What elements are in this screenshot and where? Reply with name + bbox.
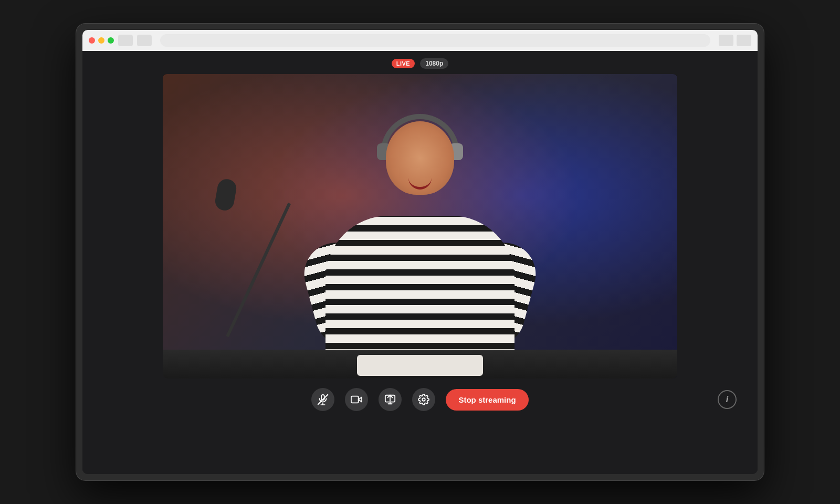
camera-icon [351, 394, 362, 405]
forward-button[interactable] [137, 35, 152, 46]
top-bar: LIVE 1080p [392, 51, 448, 74]
info-icon: i [726, 395, 728, 404]
person-mouth [408, 178, 432, 190]
maximize-window-button[interactable] [108, 37, 114, 44]
browser-content: LIVE 1080p [82, 51, 758, 474]
laptop-shell: LIVE 1080p [76, 24, 764, 480]
mic-stand [226, 203, 291, 337]
video-container [163, 74, 677, 379]
person-head [386, 121, 454, 195]
back-button[interactable] [118, 35, 133, 46]
svg-point-8 [423, 398, 426, 401]
info-button[interactable]: i [718, 390, 737, 409]
browser-bar [82, 30, 758, 51]
screen-share-icon [384, 394, 396, 405]
traffic-lights [89, 37, 114, 44]
mic-head [214, 177, 238, 212]
browser-window: LIVE 1080p [82, 30, 758, 474]
video-frame [163, 74, 677, 379]
browser-action-2[interactable] [737, 35, 751, 46]
browser-actions [719, 35, 751, 46]
desk [163, 350, 677, 379]
keyboard [357, 355, 483, 376]
mic-mute-button[interactable] [311, 388, 334, 411]
minimize-window-button[interactable] [98, 37, 104, 44]
address-bar[interactable] [160, 34, 710, 47]
settings-button[interactable] [412, 388, 435, 411]
browser-action-1[interactable] [719, 35, 733, 46]
stop-streaming-button[interactable]: Stop streaming [446, 389, 528, 411]
mic-slash-container [317, 394, 329, 405]
person-figure [284, 106, 556, 379]
screen-share-button[interactable] [379, 388, 402, 411]
camera-button[interactable] [345, 388, 368, 411]
quality-badge: 1080p [420, 58, 448, 69]
gear-icon [418, 394, 429, 405]
live-badge: LIVE [392, 59, 415, 68]
control-bar: Stop streaming i [82, 379, 758, 421]
svg-rect-3 [351, 396, 359, 403]
close-window-button[interactable] [89, 37, 95, 44]
